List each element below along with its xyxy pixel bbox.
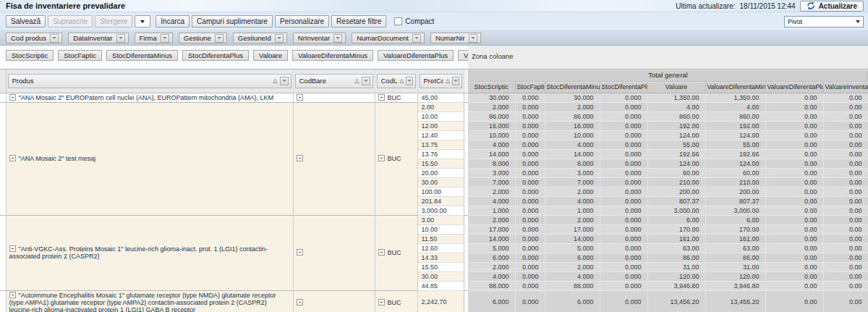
price-cell[interactable]: 12.00 — [417, 121, 464, 130]
value-cell[interactable]: 0.00 — [823, 159, 868, 168]
column-field-chip-stocscriptic[interactable]: StocScriptic — [6, 50, 54, 61]
value-cell[interactable]: 124.00 — [647, 130, 705, 140]
value-cell[interactable]: 4.000 — [468, 271, 515, 281]
value-cell[interactable]: 807.37 — [705, 196, 765, 206]
value-cell[interactable]: 86.00 — [705, 253, 765, 262]
value-cell[interactable]: 0.000 — [515, 290, 545, 312]
value-cell[interactable]: 210.00 — [705, 177, 765, 187]
value-cell[interactable]: 3,946.80 — [705, 281, 765, 290]
price-cell[interactable]: 20.00 — [417, 168, 464, 177]
value-cell[interactable]: 0.00 — [765, 111, 823, 121]
filter-field-chip-nrinventar[interactable]: NrInventar — [293, 33, 346, 43]
value-cell[interactable]: 4.00 — [705, 102, 765, 111]
filter-field-chip-numarnir[interactable]: NumarNir — [430, 33, 481, 43]
value-cell[interactable]: 0.000 — [600, 149, 647, 159]
view-mode-select[interactable]: Pivot — [784, 16, 864, 28]
value-cell[interactable]: 0.000 — [600, 121, 647, 130]
value-cell[interactable]: 0.00 — [765, 130, 823, 140]
value-cell[interactable]: 2.000 — [545, 187, 600, 196]
value-cell[interactable]: 14.000 — [545, 149, 600, 159]
value-cell[interactable]: 0.000 — [515, 93, 545, 102]
column-field-chip-stocfaptic[interactable]: StocFaptic — [58, 50, 102, 61]
value-cell[interactable]: 55.00 — [647, 140, 705, 149]
value-cell[interactable]: 4.000 — [545, 140, 600, 149]
value-cell[interactable]: 88.000 — [545, 281, 600, 290]
value-cell[interactable]: 6.000 — [468, 253, 515, 262]
value-cell[interactable]: 0.00 — [765, 121, 823, 130]
value-column-header-valoarediferentaplus[interactable]: ValoareDiferentaPlus — [765, 81, 823, 93]
price-cell[interactable]: 15.50 — [417, 262, 464, 271]
value-cell[interactable]: 4.000 — [468, 196, 515, 206]
value-cell[interactable]: 10.000 — [545, 130, 600, 140]
value-cell[interactable]: 0.000 — [600, 177, 647, 187]
price-cell[interactable]: 14.33 — [417, 253, 464, 262]
column-header-button-pretcost[interactable]: PretCost△ — [420, 74, 462, 88]
value-column-header-valoareinventar[interactable]: ValoareInventar — [823, 81, 868, 93]
value-cell[interactable]: 0.000 — [600, 140, 647, 149]
value-cell[interactable]: 0.00 — [823, 215, 868, 224]
value-cell[interactable]: 0.00 — [823, 290, 868, 312]
value-cell[interactable]: 210.00 — [647, 177, 705, 187]
value-cell[interactable]: 0.000 — [515, 187, 545, 196]
sort-ascending-icon[interactable]: △ — [399, 78, 404, 84]
price-cell[interactable]: 10.00 — [417, 111, 464, 121]
value-cell[interactable]: 5.000 — [468, 243, 515, 253]
value-cell[interactable]: 2.000 — [545, 102, 600, 111]
value-cell[interactable]: 120.00 — [705, 271, 765, 281]
value-cell[interactable]: 0.00 — [765, 168, 823, 177]
value-cell[interactable]: 124.00 — [705, 130, 765, 140]
value-cell[interactable]: 4.000 — [545, 196, 600, 206]
value-cell[interactable]: 0.00 — [823, 234, 868, 243]
reset-filters-button[interactable]: Resetare filtre — [331, 15, 386, 28]
value-cell[interactable]: 0.000 — [600, 130, 647, 140]
value-cell[interactable]: 860.00 — [647, 111, 705, 121]
value-cell[interactable]: 0.00 — [823, 130, 868, 140]
sort-ascending-icon[interactable]: △ — [273, 78, 277, 84]
value-cell[interactable]: 86.000 — [468, 111, 515, 121]
value-cell[interactable]: 192.66 — [647, 149, 705, 159]
value-cell[interactable]: 0.000 — [515, 130, 545, 140]
column-field-chip-valoarediferentaminus[interactable]: ValoareDiferentaMinus — [292, 50, 373, 61]
value-cell[interactable]: 860.00 — [705, 111, 765, 121]
value-cell[interactable]: 124.00 — [705, 159, 765, 168]
compact-checkbox[interactable] — [394, 17, 402, 25]
value-cell[interactable]: 0.00 — [823, 243, 868, 253]
price-cell[interactable]: 44.85 — [417, 281, 464, 290]
value-cell[interactable]: 0.000 — [600, 262, 647, 271]
value-cell[interactable]: 0.000 — [515, 159, 545, 168]
collapse-icon[interactable] — [9, 155, 16, 161]
collapse-icon[interactable] — [378, 155, 385, 161]
value-cell[interactable]: 0.00 — [765, 206, 823, 215]
price-cell[interactable]: 12.40 — [417, 130, 464, 140]
value-cell[interactable]: 0.000 — [515, 253, 545, 262]
collapse-icon[interactable] — [297, 299, 303, 305]
column-field-chip-valoare[interactable]: Valoare — [253, 50, 288, 61]
value-cell[interactable]: 14.000 — [545, 234, 600, 243]
price-cell[interactable]: 2.00 — [417, 102, 464, 111]
value-cell[interactable]: 192.66 — [705, 149, 765, 159]
value-cell[interactable]: 120.00 — [647, 271, 705, 281]
value-cell[interactable]: 30.000 — [468, 93, 515, 102]
field-filter-dropdown-button[interactable] — [469, 34, 477, 43]
value-cell[interactable]: 2.000 — [468, 187, 515, 196]
collapse-icon[interactable] — [297, 249, 303, 256]
price-cell[interactable]: 13.75 — [417, 140, 464, 149]
value-column-header-stocdiferentaplus[interactable]: StocDiferentaPlus — [600, 81, 647, 93]
value-cell[interactable]: 0.000 — [515, 140, 545, 149]
value-cell[interactable]: 0.00 — [823, 140, 868, 149]
value-cell[interactable]: 6.000 — [468, 290, 515, 312]
price-cell[interactable]: 12.60 — [417, 243, 464, 253]
value-cell[interactable]: 0.00 — [765, 253, 823, 262]
value-cell[interactable]: 0.00 — [765, 102, 823, 111]
value-cell[interactable]: 0.000 — [515, 149, 545, 159]
value-cell[interactable]: 0.000 — [515, 121, 545, 130]
collapse-icon[interactable] — [378, 249, 385, 256]
value-cell[interactable]: 8.000 — [545, 159, 600, 168]
price-cell[interactable]: 10.00 — [417, 224, 464, 234]
value-cell[interactable]: 31.00 — [647, 262, 705, 271]
collapse-icon[interactable] — [297, 155, 303, 161]
value-cell[interactable]: 0.000 — [600, 159, 647, 168]
price-cell[interactable]: 3.00 — [417, 215, 464, 224]
value-column-header-stocfaptic[interactable]: StocFaptic — [515, 81, 545, 93]
value-cell[interactable]: 0.00 — [823, 206, 868, 215]
